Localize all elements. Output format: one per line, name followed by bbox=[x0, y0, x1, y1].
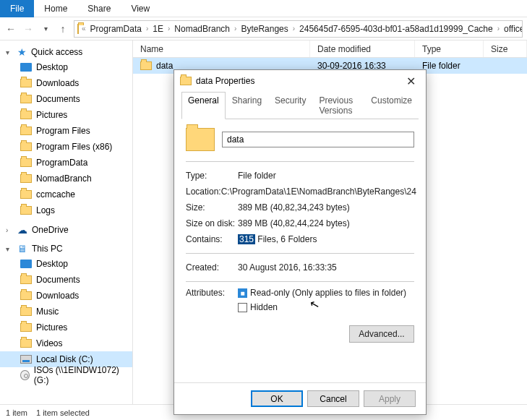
ribbon: File Home Share View bbox=[0, 0, 527, 17]
col-date[interactable]: Date modified bbox=[310, 40, 415, 57]
file-name: data bbox=[156, 61, 173, 71]
created-label: Created: bbox=[186, 262, 238, 273]
status-selected: 1 item selected bbox=[36, 408, 90, 417]
sidebar-label: This PC bbox=[32, 244, 63, 254]
desktop-icon bbox=[20, 260, 32, 268]
readonly-label: Read-only (Only applies to files in fold… bbox=[250, 288, 406, 298]
sidebar-quick-access[interactable]: ▾ ★ Quick access bbox=[0, 45, 132, 59]
sidebar-item-documents[interactable]: Documents bbox=[0, 272, 132, 288]
sidebar-onedrive[interactable]: › ☁ OneDrive bbox=[0, 223, 132, 237]
folder-icon bbox=[20, 158, 32, 167]
ok-button[interactable]: OK bbox=[251, 390, 303, 407]
type-value: File folder bbox=[238, 171, 414, 181]
col-name[interactable]: Name bbox=[133, 40, 310, 57]
chevron-down-icon: ▾ bbox=[6, 245, 13, 253]
breadcrumb-sep: « bbox=[80, 25, 87, 33]
ribbon-tab-share[interactable]: Share bbox=[77, 1, 121, 17]
breadcrumb-seg[interactable]: 245645d7-6595-403d-bf01-a58ad1d19999_Cac… bbox=[298, 24, 494, 34]
nav-up[interactable]: ↑ bbox=[56, 23, 69, 35]
breadcrumb-seg[interactable]: office bbox=[502, 24, 523, 34]
size-value: 389 MB (40,82,34,243 bytes) bbox=[238, 202, 414, 213]
contains-label: Contains: bbox=[186, 234, 238, 244]
folder-name-input[interactable] bbox=[222, 132, 414, 147]
column-headers: Name Date modified Type Size bbox=[133, 40, 527, 58]
created-value: 30 August 2016, 16:33:35 bbox=[238, 262, 414, 273]
folder-icon bbox=[20, 142, 32, 151]
sidebar-item-programfiles[interactable]: Program Files bbox=[0, 123, 132, 139]
ribbon-tab-view[interactable]: View bbox=[121, 1, 160, 17]
sidebar-item-documents[interactable]: Documents bbox=[0, 91, 132, 107]
folder-icon bbox=[77, 24, 79, 34]
apply-button[interactable]: Apply bbox=[364, 390, 416, 407]
folder-icon bbox=[20, 307, 32, 316]
checkbox-icon: ■ bbox=[238, 288, 247, 298]
sidebar[interactable]: ▾ ★ Quick access Desktop Downloads Docum… bbox=[0, 40, 133, 404]
sidebar-item-programdata[interactable]: ProgramData bbox=[0, 155, 132, 171]
col-size[interactable]: Size bbox=[484, 40, 527, 57]
sidebar-item-pictures[interactable]: Pictures bbox=[0, 320, 132, 335]
breadcrumb-seg[interactable]: ByteRanges bbox=[239, 24, 289, 34]
folder-icon bbox=[20, 174, 32, 183]
nav-forward: → bbox=[22, 23, 35, 35]
folder-icon bbox=[20, 206, 32, 215]
breadcrumb-seg[interactable]: 1E bbox=[151, 24, 165, 34]
sidebar-item-videos[interactable]: Videos bbox=[0, 335, 132, 351]
attributes-label: Attributes: bbox=[186, 288, 238, 343]
tab-sharing[interactable]: Sharing bbox=[226, 92, 268, 119]
chevron-down-icon: ▾ bbox=[6, 48, 13, 56]
sidebar-item-downloads[interactable]: Downloads bbox=[0, 75, 132, 91]
sidebar-thispc[interactable]: ▾ 🖥 This PC bbox=[0, 241, 132, 256]
sidebar-item-isos-drive[interactable]: ISOs (\\1EINDW1072) (G:) bbox=[0, 367, 132, 383]
cloud-icon: ☁ bbox=[17, 224, 27, 236]
sidebar-item-pictures[interactable]: Pictures bbox=[0, 107, 132, 123]
properties-dialog: data Properties ✕ General Sharing Securi… bbox=[173, 69, 427, 415]
sidebar-item-music[interactable]: Music bbox=[0, 304, 132, 320]
disc-icon bbox=[20, 370, 30, 380]
folder-icon bbox=[20, 190, 32, 199]
breadcrumb-seg[interactable]: ProgramData bbox=[89, 24, 143, 34]
breadcrumb-sep: › bbox=[496, 25, 501, 33]
tab-previous-versions[interactable]: Previous Versions bbox=[312, 92, 364, 119]
tab-security[interactable]: Security bbox=[268, 92, 312, 119]
location-label: Location: bbox=[186, 187, 221, 197]
nav-back[interactable]: ← bbox=[4, 23, 17, 35]
chevron-right-icon: › bbox=[6, 226, 13, 234]
tab-customize[interactable]: Customize bbox=[364, 92, 419, 119]
folder-icon bbox=[20, 111, 32, 119]
ribbon-tab-home[interactable]: Home bbox=[34, 1, 77, 17]
nav-recent[interactable]: ▾ bbox=[39, 25, 52, 33]
type-label: Type: bbox=[186, 171, 238, 181]
size-on-disk-label: Size on disk: bbox=[186, 218, 238, 228]
hidden-label: Hidden bbox=[250, 302, 278, 312]
tab-general[interactable]: General bbox=[181, 92, 226, 119]
sidebar-item-desktop[interactable]: Desktop bbox=[0, 59, 132, 75]
ribbon-tab-file[interactable]: File bbox=[0, 0, 34, 17]
breadcrumb-sep: › bbox=[233, 25, 238, 33]
readonly-checkbox-row[interactable]: ■ Read-only (Only applies to files in fo… bbox=[238, 288, 414, 298]
cancel-button[interactable]: Cancel bbox=[307, 390, 359, 407]
address-bar[interactable]: « ProgramData › 1E › NomadBranch › ByteR… bbox=[74, 20, 523, 38]
size-on-disk-value: 389 MB (40,82,44,224 bytes) bbox=[238, 218, 414, 228]
contains-value: 315 Files, 6 Folders bbox=[238, 234, 414, 244]
folder-icon bbox=[186, 128, 215, 151]
sidebar-item-programfiles-x86[interactable]: Program Files (x86) bbox=[0, 139, 132, 155]
breadcrumb-seg[interactable]: NomadBranch bbox=[173, 24, 231, 34]
dialog-buttons: OK Cancel Apply bbox=[174, 382, 426, 414]
close-button[interactable]: ✕ bbox=[402, 74, 420, 88]
sidebar-item-ccmcache[interactable]: ccmcache bbox=[0, 187, 132, 202]
sidebar-item-logs[interactable]: Logs bbox=[0, 202, 132, 218]
hidden-checkbox-row[interactable]: Hidden bbox=[238, 302, 414, 312]
dialog-titlebar[interactable]: data Properties ✕ bbox=[174, 70, 426, 92]
disk-icon bbox=[20, 355, 32, 364]
breadcrumb-sep: › bbox=[291, 25, 296, 33]
sidebar-item-downloads[interactable]: Downloads bbox=[0, 288, 132, 304]
advanced-button[interactable]: Advanced... bbox=[349, 325, 414, 343]
sidebar-item-nomadbranch[interactable]: NomadBranch bbox=[0, 171, 132, 187]
sidebar-item-desktop[interactable]: Desktop bbox=[0, 256, 132, 272]
desktop-icon bbox=[20, 63, 32, 72]
col-type[interactable]: Type bbox=[415, 40, 484, 57]
folder-icon bbox=[20, 275, 32, 284]
nav-bar: ← → ▾ ↑ « ProgramData › 1E › NomadBranch… bbox=[0, 17, 527, 40]
folder-icon bbox=[20, 127, 32, 135]
dialog-tabs: General Sharing Security Previous Versio… bbox=[181, 92, 419, 119]
